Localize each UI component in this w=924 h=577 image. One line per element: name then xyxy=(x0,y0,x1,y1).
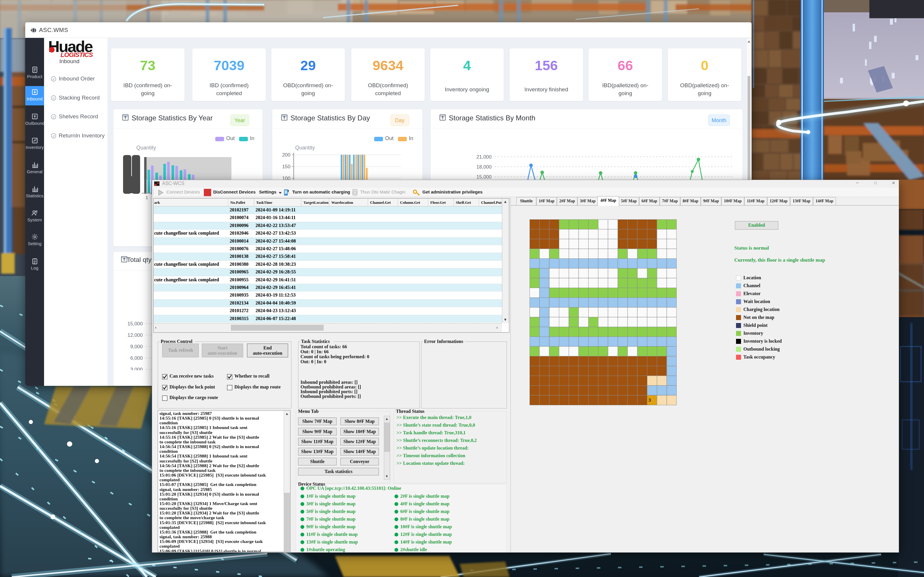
svg-text:15,000: 15,000 xyxy=(127,321,143,327)
svg-text:21,000: 21,000 xyxy=(476,154,492,160)
svg-text:12,000: 12,000 xyxy=(127,332,143,338)
svg-text:200: 200 xyxy=(282,152,290,158)
svg-text:15,000: 15,000 xyxy=(476,174,492,180)
svg-text:6,000: 6,000 xyxy=(130,355,143,361)
svg-text:9,000: 9,000 xyxy=(130,344,143,350)
svg-text:3,000: 3,000 xyxy=(130,367,143,370)
svg-text:3: 3 xyxy=(648,398,651,403)
svg-text:150: 150 xyxy=(282,164,290,169)
svg-text:18,000: 18,000 xyxy=(476,164,492,170)
svg-text:1: 1 xyxy=(146,195,148,200)
